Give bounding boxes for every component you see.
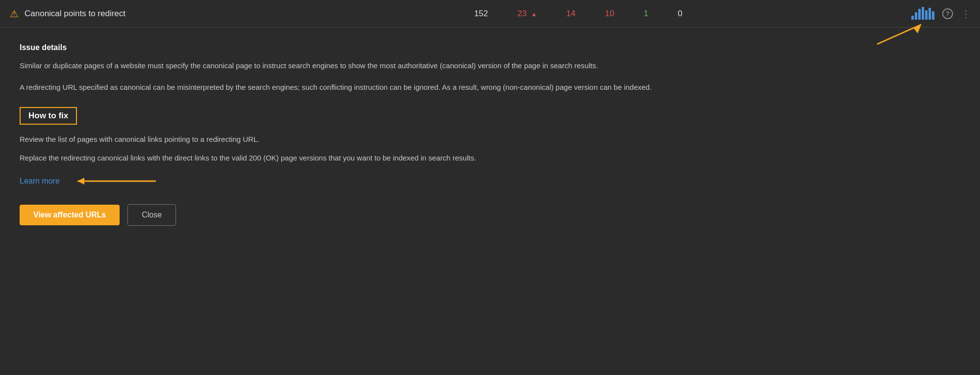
fix-paragraph-2: Replace the redirecting canonical links …: [20, 152, 765, 164]
how-to-fix-label: How to fix: [20, 107, 77, 125]
close-button[interactable]: Close: [127, 204, 176, 226]
learn-more-area: Learn more: [20, 174, 765, 188]
stat-total: 152: [474, 9, 488, 19]
more-menu-icon[interactable]: ⋮: [961, 8, 970, 20]
issue-paragraph-2: A redirecting URL specified as canonical…: [20, 81, 765, 93]
chart-bar: [925, 10, 928, 20]
issue-details-title: Issue details: [20, 43, 765, 52]
header-actions: ? ⋮: [911, 8, 970, 20]
view-affected-urls-button[interactable]: View affected URLs: [20, 205, 120, 225]
help-icon[interactable]: ?: [942, 8, 953, 19]
top-arrow-annotation: [872, 20, 931, 51]
issue-paragraph-1: Similar or duplicate pages of a website …: [20, 60, 765, 72]
stat-notices: 10: [605, 9, 614, 19]
main-content: Issue details Similar or duplicate pages…: [0, 27, 784, 241]
buttons-area: View affected URLs Close: [20, 204, 765, 226]
chart-bar: [918, 9, 921, 20]
page-title: Canonical points to redirect: [25, 9, 126, 19]
header-title-area: ⚠ Canonical points to redirect: [10, 8, 245, 20]
stat-ok: 1: [644, 9, 648, 19]
stat-errors: 23 ▲: [518, 9, 537, 19]
chart-bar: [929, 8, 931, 20]
header-stats: 152 23 ▲ 14 10 1 0: [245, 9, 911, 19]
chart-bar: [922, 7, 924, 20]
chart-bar: [932, 11, 934, 20]
svg-marker-3: [77, 178, 84, 185]
warning-icon: ⚠: [10, 8, 19, 20]
chart-bar: [915, 12, 917, 20]
svg-line-0: [877, 25, 921, 44]
learn-more-link[interactable]: Learn more: [20, 177, 60, 186]
svg-marker-1: [914, 25, 921, 33]
fix-paragraph-1: Review the list of pages with canonical …: [20, 134, 765, 145]
stat-triangle: ▲: [531, 11, 537, 18]
bar-chart-icon[interactable]: [911, 8, 934, 20]
header-bar: ⚠ Canonical points to redirect 152 23 ▲ …: [0, 0, 980, 27]
stat-warnings: 14: [566, 9, 576, 19]
chart-bar: [911, 16, 914, 20]
stat-blocked: 0: [678, 9, 682, 19]
learn-more-arrow-annotation: [68, 174, 166, 188]
